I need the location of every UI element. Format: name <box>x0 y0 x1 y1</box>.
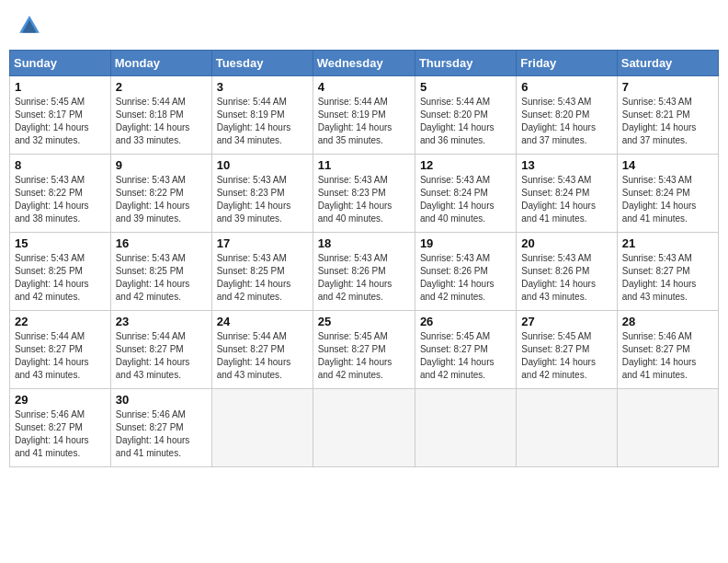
day-number: 30 <box>116 393 207 407</box>
day-info: Sunrise: 5:44 AM Sunset: 8:27 PM Dayligh… <box>116 330 207 382</box>
day-number: 22 <box>15 315 106 328</box>
calendar-cell: 30Sunrise: 5:46 AM Sunset: 8:27 PM Dayli… <box>110 389 211 467</box>
day-number: 25 <box>318 315 410 328</box>
day-number: 23 <box>116 315 207 328</box>
logo <box>17 13 46 39</box>
weekday-header-monday: Monday <box>110 51 211 76</box>
calendar-table: SundayMondayTuesdayWednesdayThursdayFrid… <box>9 50 719 467</box>
weekday-header-saturday: Saturday <box>617 51 718 76</box>
calendar-cell: 15Sunrise: 5:43 AM Sunset: 8:25 PM Dayli… <box>10 233 111 311</box>
day-number: 13 <box>521 158 611 172</box>
day-number: 1 <box>15 80 106 94</box>
weekday-header-tuesday: Tuesday <box>211 51 313 76</box>
day-number: 18 <box>318 236 410 250</box>
day-number: 28 <box>622 315 713 328</box>
week-row-2: 8Sunrise: 5:43 AM Sunset: 8:22 PM Daylig… <box>10 155 719 233</box>
day-info: Sunrise: 5:46 AM Sunset: 8:27 PM Dayligh… <box>622 330 713 382</box>
calendar-cell: 22Sunrise: 5:44 AM Sunset: 8:27 PM Dayli… <box>10 311 111 389</box>
day-info: Sunrise: 5:43 AM Sunset: 8:24 PM Dayligh… <box>622 174 713 225</box>
day-info: Sunrise: 5:43 AM Sunset: 8:23 PM Dayligh… <box>217 174 308 225</box>
day-number: 29 <box>15 393 106 407</box>
day-number: 14 <box>622 158 713 172</box>
day-info: Sunrise: 5:43 AM Sunset: 8:25 PM Dayligh… <box>217 252 308 304</box>
day-number: 8 <box>15 158 106 172</box>
calendar-cell: 19Sunrise: 5:43 AM Sunset: 8:26 PM Dayli… <box>415 233 516 311</box>
day-info: Sunrise: 5:45 AM Sunset: 8:17 PM Dayligh… <box>15 96 106 147</box>
day-number: 19 <box>420 236 511 250</box>
day-number: 3 <box>217 80 308 94</box>
day-number: 15 <box>15 236 106 250</box>
weekday-header-sunday: Sunday <box>10 51 111 76</box>
day-number: 6 <box>521 80 611 94</box>
day-number: 2 <box>116 80 207 94</box>
calendar-cell: 23Sunrise: 5:44 AM Sunset: 8:27 PM Dayli… <box>110 311 211 389</box>
weekday-header-thursday: Thursday <box>415 51 516 76</box>
day-info: Sunrise: 5:44 AM Sunset: 8:20 PM Dayligh… <box>420 96 511 147</box>
calendar-cell: 26Sunrise: 5:45 AM Sunset: 8:27 PM Dayli… <box>415 311 516 389</box>
calendar-cell: 3Sunrise: 5:44 AM Sunset: 8:19 PM Daylig… <box>211 76 313 155</box>
day-number: 4 <box>318 80 410 94</box>
day-number: 27 <box>521 315 611 328</box>
day-number: 10 <box>217 158 308 172</box>
weekday-header-wednesday: Wednesday <box>313 51 415 76</box>
day-info: Sunrise: 5:44 AM Sunset: 8:27 PM Dayligh… <box>15 330 106 382</box>
day-info: Sunrise: 5:43 AM Sunset: 8:26 PM Dayligh… <box>521 252 611 304</box>
day-info: Sunrise: 5:43 AM Sunset: 8:25 PM Dayligh… <box>15 252 106 304</box>
calendar-cell: 21Sunrise: 5:43 AM Sunset: 8:27 PM Dayli… <box>617 233 718 311</box>
day-info: Sunrise: 5:43 AM Sunset: 8:21 PM Dayligh… <box>622 96 713 147</box>
calendar-cell: 27Sunrise: 5:45 AM Sunset: 8:27 PM Dayli… <box>517 311 617 389</box>
day-info: Sunrise: 5:44 AM Sunset: 8:18 PM Dayligh… <box>116 96 207 147</box>
calendar-cell: 11Sunrise: 5:43 AM Sunset: 8:23 PM Dayli… <box>313 155 415 233</box>
calendar-cell: 12Sunrise: 5:43 AM Sunset: 8:24 PM Dayli… <box>415 155 516 233</box>
day-info: Sunrise: 5:43 AM Sunset: 8:26 PM Dayligh… <box>420 252 511 304</box>
calendar-cell <box>313 389 415 467</box>
day-info: Sunrise: 5:43 AM Sunset: 8:22 PM Dayligh… <box>116 174 207 225</box>
calendar-cell: 14Sunrise: 5:43 AM Sunset: 8:24 PM Dayli… <box>617 155 718 233</box>
calendar-cell <box>415 389 516 467</box>
calendar-cell: 13Sunrise: 5:43 AM Sunset: 8:24 PM Dayli… <box>517 155 617 233</box>
calendar-cell: 17Sunrise: 5:43 AM Sunset: 8:25 PM Dayli… <box>211 233 313 311</box>
calendar-cell: 18Sunrise: 5:43 AM Sunset: 8:26 PM Dayli… <box>313 233 415 311</box>
calendar-cell: 24Sunrise: 5:44 AM Sunset: 8:27 PM Dayli… <box>211 311 313 389</box>
calendar-cell: 25Sunrise: 5:45 AM Sunset: 8:27 PM Dayli… <box>313 311 415 389</box>
day-number: 20 <box>521 236 611 250</box>
day-info: Sunrise: 5:45 AM Sunset: 8:27 PM Dayligh… <box>318 330 410 382</box>
day-number: 7 <box>622 80 713 94</box>
day-number: 21 <box>622 236 713 250</box>
week-row-3: 15Sunrise: 5:43 AM Sunset: 8:25 PM Dayli… <box>10 233 719 311</box>
logo-icon <box>17 13 42 39</box>
day-number: 26 <box>420 315 511 328</box>
week-row-4: 22Sunrise: 5:44 AM Sunset: 8:27 PM Dayli… <box>10 311 719 389</box>
day-number: 16 <box>116 236 207 250</box>
calendar-cell: 4Sunrise: 5:44 AM Sunset: 8:19 PM Daylig… <box>313 76 415 155</box>
day-number: 11 <box>318 158 410 172</box>
week-row-1: 1Sunrise: 5:45 AM Sunset: 8:17 PM Daylig… <box>10 76 719 155</box>
day-info: Sunrise: 5:43 AM Sunset: 8:22 PM Dayligh… <box>15 174 106 225</box>
day-info: Sunrise: 5:43 AM Sunset: 8:24 PM Dayligh… <box>420 174 511 225</box>
day-info: Sunrise: 5:43 AM Sunset: 8:25 PM Dayligh… <box>116 252 207 304</box>
calendar-cell: 7Sunrise: 5:43 AM Sunset: 8:21 PM Daylig… <box>617 76 718 155</box>
calendar-cell <box>211 389 313 467</box>
calendar-cell: 10Sunrise: 5:43 AM Sunset: 8:23 PM Dayli… <box>211 155 313 233</box>
calendar-cell <box>517 389 617 467</box>
day-info: Sunrise: 5:43 AM Sunset: 8:24 PM Dayligh… <box>521 174 611 225</box>
day-info: Sunrise: 5:43 AM Sunset: 8:27 PM Dayligh… <box>622 252 713 304</box>
day-info: Sunrise: 5:43 AM Sunset: 8:26 PM Dayligh… <box>318 252 410 304</box>
day-info: Sunrise: 5:44 AM Sunset: 8:19 PM Dayligh… <box>217 96 308 147</box>
day-info: Sunrise: 5:46 AM Sunset: 8:27 PM Dayligh… <box>116 408 207 460</box>
calendar-cell <box>617 389 718 467</box>
day-info: Sunrise: 5:44 AM Sunset: 8:27 PM Dayligh… <box>217 330 308 382</box>
week-row-5: 29Sunrise: 5:46 AM Sunset: 8:27 PM Dayli… <box>10 389 719 467</box>
weekday-header-friday: Friday <box>517 51 617 76</box>
header <box>9 9 719 42</box>
day-number: 9 <box>116 158 207 172</box>
calendar-cell: 16Sunrise: 5:43 AM Sunset: 8:25 PM Dayli… <box>110 233 211 311</box>
day-number: 12 <box>420 158 511 172</box>
calendar-cell: 1Sunrise: 5:45 AM Sunset: 8:17 PM Daylig… <box>10 76 111 155</box>
day-info: Sunrise: 5:44 AM Sunset: 8:19 PM Dayligh… <box>318 96 410 147</box>
calendar-cell: 9Sunrise: 5:43 AM Sunset: 8:22 PM Daylig… <box>110 155 211 233</box>
calendar-cell: 8Sunrise: 5:43 AM Sunset: 8:22 PM Daylig… <box>10 155 111 233</box>
day-number: 24 <box>217 315 308 328</box>
calendar-cell: 6Sunrise: 5:43 AM Sunset: 8:20 PM Daylig… <box>517 76 617 155</box>
calendar-cell: 5Sunrise: 5:44 AM Sunset: 8:20 PM Daylig… <box>415 76 516 155</box>
